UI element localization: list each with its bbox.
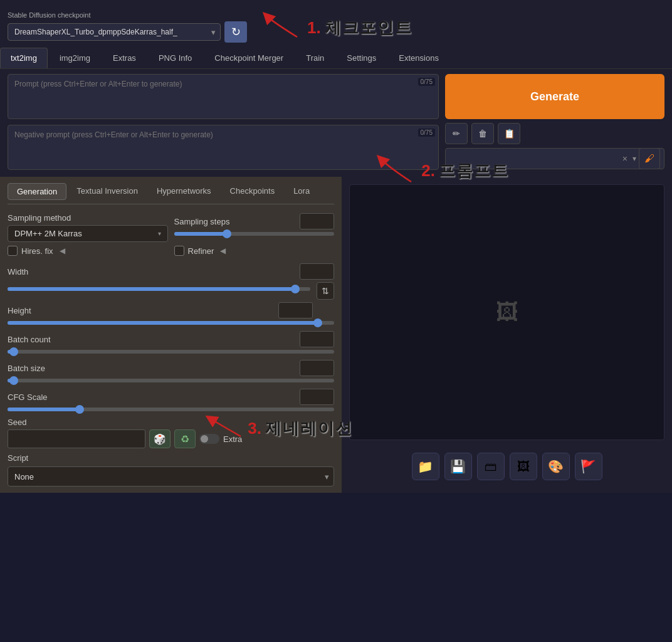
checkpoint-label: Stable Diffusion checkpoint bbox=[8, 11, 247, 19]
save-button[interactable]: 💾 bbox=[444, 453, 472, 480]
hires-fix-triangle[interactable]: ◀ bbox=[60, 246, 65, 255]
cfg-scale-label: CFG Scale bbox=[8, 392, 83, 402]
batch-count-label: Batch count bbox=[8, 335, 83, 344]
zip-icon: 🗃 bbox=[485, 460, 497, 474]
folder-icon: 📁 bbox=[417, 459, 433, 474]
script-label: Script bbox=[8, 453, 334, 463]
dice-icon: 🎲 bbox=[154, 433, 166, 445]
batch-size-label: Batch size bbox=[8, 364, 83, 373]
annotation-1-text: 체크포인트 bbox=[325, 17, 412, 39]
image-send-icon: 🖼 bbox=[517, 460, 530, 474]
seed-input[interactable]: -1 bbox=[8, 429, 145, 448]
script-select[interactable]: None bbox=[8, 466, 334, 487]
tab-extras[interactable]: Extras bbox=[102, 48, 147, 68]
sampling-method-value: DPM++ 2M Karras bbox=[14, 229, 158, 238]
tabs-bar: txt2img img2img Extras PNG Info Checkpoi… bbox=[0, 48, 672, 69]
annotation-3-text: 제네레이션 bbox=[265, 418, 353, 439]
tab-train[interactable]: Train bbox=[295, 48, 335, 68]
sampling-steps-input[interactable]: 20 bbox=[300, 213, 334, 229]
cfg-scale-slider[interactable] bbox=[8, 408, 334, 411]
tab-png-info[interactable]: PNG Info bbox=[148, 48, 202, 68]
style-clear-button[interactable]: × bbox=[620, 154, 630, 164]
seed-dice-button[interactable]: 🎲 bbox=[149, 429, 171, 448]
send-to-img2img-button[interactable]: 🖼 bbox=[510, 453, 537, 480]
cfg-scale-input[interactable]: 7 bbox=[300, 389, 334, 405]
positive-prompt-input[interactable] bbox=[8, 74, 439, 119]
tab-settings[interactable]: Settings bbox=[336, 48, 387, 68]
inner-tab-checkpoints[interactable]: Checkpoints bbox=[221, 183, 284, 200]
prompt-section: 0/75 0/75 Generate ✏ 🗑 bbox=[0, 69, 672, 177]
clear-icon: × bbox=[622, 154, 627, 164]
inner-tab-hypernetworks[interactable]: Hypernetworks bbox=[148, 183, 220, 200]
annotation-1-number: 1. bbox=[307, 18, 321, 38]
checkpoint-refresh-btn[interactable]: ↻ bbox=[224, 21, 247, 43]
seed-recycle-button[interactable]: ♻ bbox=[174, 429, 196, 448]
width-slider[interactable] bbox=[8, 287, 310, 291]
refiner-label: Refiner bbox=[188, 246, 214, 256]
arrow-3-icon bbox=[209, 418, 244, 439]
positive-prompt-counter: 0/75 bbox=[418, 78, 435, 86]
negative-prompt-counter: 0/75 bbox=[418, 129, 435, 137]
copy-button[interactable]: 📋 bbox=[498, 123, 520, 144]
image-placeholder-icon: 🖼 bbox=[496, 299, 518, 325]
batch-count-slider[interactable] bbox=[8, 350, 334, 354]
refiner-group: Refiner ◀ bbox=[174, 246, 335, 256]
style-apply-button[interactable]: 🖌 bbox=[639, 148, 660, 169]
zip-button[interactable]: 🗃 bbox=[477, 453, 505, 480]
pencil-button[interactable]: ✏ bbox=[445, 123, 468, 144]
style-dropdown-icon: ▾ bbox=[633, 154, 636, 163]
batch-size-slider[interactable] bbox=[8, 379, 334, 382]
sampling-steps-slider[interactable] bbox=[174, 232, 335, 236]
refiner-triangle[interactable]: ◀ bbox=[220, 246, 226, 255]
trash-button[interactable]: 🗑 bbox=[471, 123, 494, 144]
hires-fix-label: Hires. fix bbox=[21, 246, 53, 256]
tab-img2img[interactable]: img2img bbox=[49, 48, 101, 68]
trash-icon: 🗑 bbox=[478, 129, 487, 139]
height-input[interactable]: 2048 bbox=[278, 302, 313, 318]
checkpoint-select[interactable]: DreamShaperXL_Turbo_dpmppSdeKarras_half_ bbox=[8, 23, 221, 41]
action-toolbar: 📁 💾 🗃 🖼 🎨 🚩 bbox=[349, 448, 664, 485]
positive-prompt-wrapper: 0/75 bbox=[8, 74, 439, 121]
top-wrapper: Stable Diffusion checkpoint DreamShaperX… bbox=[0, 0, 672, 177]
open-folder-button[interactable]: 📁 bbox=[412, 453, 439, 480]
width-input[interactable]: 2048 bbox=[300, 263, 334, 280]
page-container: Stable Diffusion checkpoint DreamShaperX… bbox=[0, 0, 672, 642]
inner-tab-textual-inversion[interactable]: Textual Inversion bbox=[68, 183, 147, 200]
sampling-method-select[interactable]: DPM++ 2M Karras ▾ bbox=[8, 225, 168, 242]
batch-size-input[interactable]: 1 bbox=[300, 360, 334, 376]
extras-button[interactable]: 🎨 bbox=[542, 453, 570, 480]
annotation-1: 1. 체크포인트 bbox=[266, 15, 412, 40]
prompt-left: 0/75 0/75 bbox=[8, 74, 439, 172]
hires-fix-checkbox[interactable] bbox=[8, 246, 18, 256]
inner-tab-lora[interactable]: Lora bbox=[285, 183, 318, 200]
seed-label: Seed bbox=[8, 418, 242, 427]
paint-icon: 🖌 bbox=[644, 153, 654, 164]
pencil-icon: ✏ bbox=[453, 129, 460, 139]
height-label: Height bbox=[8, 306, 83, 315]
batch-count-input[interactable]: 1 bbox=[300, 331, 334, 347]
recycle-icon: ♻ bbox=[181, 433, 189, 445]
paint-palette-icon: 🎨 bbox=[548, 459, 564, 474]
swap-dimensions-button[interactable]: ⇅ bbox=[317, 282, 334, 300]
width-label: Width bbox=[8, 267, 83, 276]
height-slider[interactable] bbox=[8, 321, 334, 325]
refresh-icon: ↻ bbox=[231, 25, 241, 39]
tab-txt2img[interactable]: txt2img bbox=[0, 48, 48, 68]
hires-row: Hires. fix ◀ Refiner ◀ bbox=[8, 246, 334, 256]
generate-button[interactable]: Generate bbox=[445, 74, 664, 119]
main-content: Generation Textual Inversion Hypernetwor… bbox=[0, 177, 672, 493]
tab-extensions[interactable]: Extensions bbox=[388, 48, 449, 68]
inner-tab-generation[interactable]: Generation bbox=[8, 183, 66, 200]
annotation-2-text: 프롬프트 bbox=[439, 160, 509, 182]
flag-button[interactable]: 🚩 bbox=[575, 453, 602, 480]
tab-checkpoint-merger[interactable]: Checkpoint Merger bbox=[204, 48, 294, 68]
script-select-wrapper: None bbox=[8, 466, 334, 487]
arrow-1-icon bbox=[266, 15, 303, 40]
annotation-3: 3. 제네레이션 bbox=[209, 418, 353, 439]
negative-prompt-input[interactable] bbox=[8, 125, 439, 170]
style-dropdown-button[interactable]: ▾ bbox=[633, 154, 636, 163]
refiner-checkbox[interactable] bbox=[174, 246, 184, 256]
flag-icon: 🚩 bbox=[580, 459, 596, 474]
annotation-2: 2. 프롬프트 bbox=[380, 158, 509, 183]
sampling-method-label: Sampling method bbox=[8, 213, 168, 223]
